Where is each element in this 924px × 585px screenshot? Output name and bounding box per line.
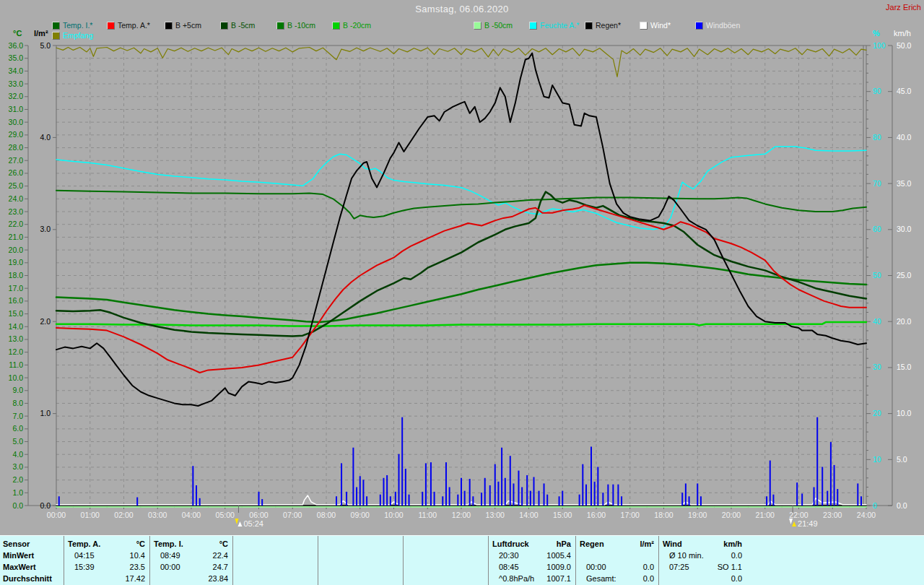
- stats-row-label-2: MaxWert: [0, 561, 64, 573]
- tick-label: 11:00: [419, 511, 437, 519]
- stats-cell-value: 17.42: [125, 573, 149, 584]
- tick-label: 35.0: [9, 53, 24, 62]
- stats-cell-time: [233, 561, 243, 573]
- tick-label: 14:00: [519, 511, 538, 519]
- stats-col-empty-2: [232, 536, 318, 585]
- tick-label: 05:00: [216, 511, 235, 519]
- stats-cell-time: 04:15: [64, 550, 95, 561]
- tick-label: 16:00: [587, 511, 606, 519]
- stats-cell-time: [64, 573, 74, 584]
- stats-cell-time: [404, 573, 414, 584]
- tick-label: 03:00: [148, 511, 167, 519]
- tick-label: 04:00: [182, 511, 201, 519]
- tick-label: 18.0: [9, 271, 24, 280]
- tick-label: 25.0: [9, 181, 24, 190]
- tick-label: 30.0: [9, 118, 24, 126]
- stats-cell: [318, 573, 403, 584]
- stats-cell: 17.42: [64, 573, 149, 584]
- tick-label: 3.0: [12, 462, 23, 471]
- stats-col-name: [404, 538, 407, 550]
- stats-cell: [404, 573, 488, 584]
- tick-label: 23.0: [9, 207, 24, 216]
- stats-cell-value: 23.84: [208, 573, 232, 584]
- tick-label: 17:00: [621, 511, 640, 519]
- stats-cell: 15:3923.5: [64, 561, 149, 573]
- stats-cell: 08:451009.0: [489, 561, 575, 573]
- tick-label: 05:24: [243, 519, 263, 528]
- stats-cell-value: 0.0: [643, 561, 658, 573]
- stats-cell: 20:301005.4: [489, 550, 575, 561]
- stats-cell: 0.0: [659, 573, 746, 584]
- tick-label: 70: [873, 179, 881, 188]
- tick-label: 45.0: [897, 87, 912, 95]
- tick-label: 2.0: [40, 317, 51, 326]
- tick-label: 26.0: [9, 168, 24, 177]
- tick-label: 1.0: [12, 488, 23, 497]
- sunset-marker-icon-2: [792, 521, 796, 526]
- tick-label: 90: [873, 87, 881, 95]
- stats-cell-time: [318, 561, 328, 573]
- tick-label: 22:00: [789, 511, 808, 519]
- stats-cell: [233, 550, 318, 561]
- stats-cell-value: 1005.4: [546, 550, 575, 561]
- tick-label: 01:00: [81, 511, 100, 519]
- stats-cell-time: [233, 573, 243, 584]
- stats-cell-time: 00:00: [150, 561, 180, 573]
- stats-cell: [318, 550, 403, 561]
- stats-cell: [404, 561, 488, 573]
- stats-cell: [576, 550, 658, 561]
- stats-col-name: Temp. A.: [64, 538, 100, 550]
- tick-label: 5.0: [12, 437, 23, 446]
- tick-label: 4.0: [40, 133, 51, 142]
- tick-label: 1.0: [40, 409, 51, 417]
- stats-cell: 04:1510.4: [64, 550, 149, 561]
- stats-col-unit: km/h: [723, 538, 746, 550]
- tick-label: 5.0: [897, 455, 907, 464]
- stats-cell-value: 10.4: [130, 550, 149, 561]
- stats-cell-time: [404, 561, 414, 573]
- stats-col-empty-4: [403, 536, 488, 585]
- weather-chart: 0.01.02.03.04.05.06.07.08.09.010.011.012…: [0, 0, 924, 534]
- tick-label: 10:00: [384, 511, 403, 519]
- stats-cell: 08:4922.4: [150, 550, 232, 561]
- tick-label: 06:00: [249, 511, 268, 519]
- stats-cell: Ø 10 min.0.0: [659, 550, 746, 561]
- tick-label: 15.0: [9, 309, 24, 318]
- stats-cell-value: 23.5: [130, 561, 149, 573]
- tick-label: 08:00: [317, 511, 336, 519]
- tick-label: 10.0: [9, 373, 24, 382]
- stats-cell-value: 22.4: [213, 550, 232, 561]
- stats-cell: [404, 550, 488, 561]
- tick-label: 25.0: [897, 271, 912, 280]
- stats-cell-time: [233, 550, 243, 561]
- tick-label: 13.0: [9, 334, 24, 343]
- tick-label: 21:00: [756, 511, 775, 519]
- tick-label: 00:00: [47, 511, 66, 519]
- stats-cell-value: 1009.0: [546, 561, 575, 573]
- tick-label: 30.0: [897, 225, 912, 233]
- tick-label: 32.0: [9, 92, 24, 100]
- stats-col-name: Luftdruck: [489, 538, 529, 550]
- stats-col-wind: Windkm/hØ 10 min.0.007:25SO 1.10.0: [658, 536, 746, 585]
- stats-cell: [233, 561, 318, 573]
- tick-label: 21:49: [798, 519, 818, 528]
- tick-label: 07:00: [283, 511, 302, 519]
- stats-row-label-3: Durchschnitt: [0, 573, 64, 584]
- sunrise-marker-icon: [235, 519, 238, 524]
- stats-col-name: Regen: [576, 538, 604, 550]
- tick-label: 17.0: [9, 284, 24, 292]
- tick-label: 40.0: [897, 133, 912, 142]
- stats-cell-time: [576, 550, 586, 561]
- tick-label: 10: [873, 455, 881, 464]
- tick-label: 16.0: [9, 296, 24, 305]
- tick-label: 11.0: [9, 360, 23, 369]
- stats-cell: 07:25SO 1.1: [659, 561, 746, 573]
- tick-label: 24:00: [857, 511, 876, 519]
- sunset-marker-icon: [789, 519, 793, 524]
- tick-label: 15:00: [553, 511, 572, 519]
- tick-label: 0: [873, 501, 877, 510]
- stats-cell-time: 00:00: [576, 561, 606, 573]
- stats-cell-time: 20:30: [489, 550, 519, 561]
- tick-label: 6.0: [12, 424, 23, 433]
- stats-col-name: Wind: [659, 538, 682, 550]
